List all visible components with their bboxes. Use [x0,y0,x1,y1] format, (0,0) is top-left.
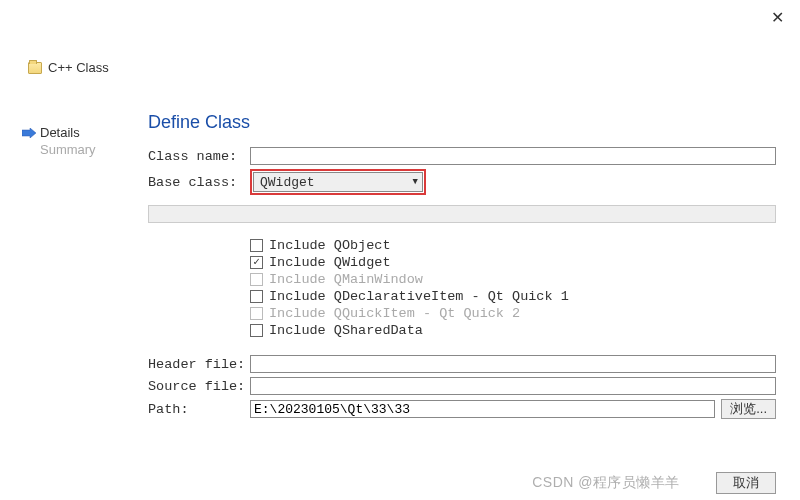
folder-icon [28,62,42,74]
sidebar-item-details[interactable]: Details [22,124,122,141]
close-button[interactable]: ✕ [771,8,784,27]
header-file-input[interactable] [250,355,776,373]
wizard-title-text: C++ Class [48,60,109,75]
checkbox-icon [250,307,263,320]
path-label: Path: [148,402,250,417]
check-label: Include QWidget [269,255,391,270]
source-file-label: Source file: [148,379,250,394]
path-input[interactable] [250,400,715,418]
check-label: Include QQuickItem - Qt Quick 2 [269,306,520,321]
checkbox-icon [250,239,263,252]
base-class-highlight: QWidget ▼ [250,169,426,195]
sidebar-item-summary[interactable]: Summary [22,141,122,158]
check-qdeclarativeitem[interactable]: Include QDeclarativeItem - Qt Quick 1 [250,288,776,305]
base-class-combobox[interactable]: QWidget ▼ [253,172,423,192]
row-class-name: Class name: [148,147,776,165]
class-name-input[interactable] [250,147,776,165]
row-header-file: Header file: [148,355,776,373]
page-heading: Define Class [148,112,776,133]
check-qshareddata[interactable]: Include QSharedData [250,322,776,339]
arrow-right-icon [22,128,36,138]
check-qquickitem: Include QQuickItem - Qt Quick 2 [250,305,776,322]
class-name-label: Class name: [148,149,250,164]
sidebar-item-label: Summary [40,142,96,157]
include-options: Include QObject Include QWidget Include … [250,237,776,339]
checkbox-icon [250,290,263,303]
separator-bar [148,205,776,223]
sidebar: Details Summary [22,124,122,158]
sidebar-item-label: Details [40,125,80,140]
checkbox-icon [250,324,263,337]
base-class-label: Base class: [148,175,250,190]
row-path: Path: 浏览... [148,399,776,419]
check-label: Include QMainWindow [269,272,423,287]
base-class-value: QWidget [260,175,315,190]
check-qwidget[interactable]: Include QWidget [250,254,776,271]
source-file-input[interactable] [250,377,776,395]
chevron-down-icon: ▼ [413,177,418,187]
wizard-title: C++ Class [28,60,109,75]
check-qmainwindow: Include QMainWindow [250,271,776,288]
check-qobject[interactable]: Include QObject [250,237,776,254]
row-source-file: Source file: [148,377,776,395]
checkbox-icon [250,273,263,286]
row-base-class: Base class: QWidget ▼ [148,169,776,195]
browse-button[interactable]: 浏览... [721,399,776,419]
check-label: Include QDeclarativeItem - Qt Quick 1 [269,289,569,304]
cancel-button[interactable]: 取消 [716,472,776,494]
main-panel: Define Class Class name: Base class: QWi… [148,112,776,423]
check-label: Include QObject [269,238,391,253]
check-label: Include QSharedData [269,323,423,338]
header-file-label: Header file: [148,357,250,372]
svg-marker-0 [22,128,36,138]
watermark-text: CSDN @程序员懒羊羊 [532,474,680,492]
footer: 取消 [716,472,776,494]
checkbox-checked-icon [250,256,263,269]
